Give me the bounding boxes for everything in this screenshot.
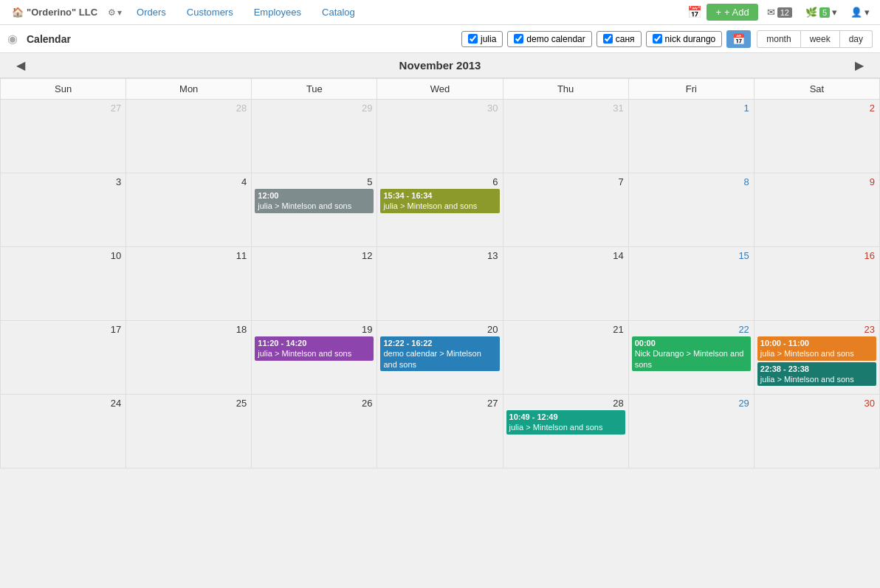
day-number: 29: [632, 398, 751, 410]
leaf-button[interactable]: 🌿 5 ▾: [801, 7, 842, 18]
calendar-day[interactable]: 8: [628, 173, 754, 247]
calendar-day[interactable]: 7: [503, 173, 628, 247]
day-number: 27: [4, 103, 123, 115]
calendar-day[interactable]: 14: [503, 247, 628, 321]
leaf-icon: 🌿: [805, 7, 817, 18]
leaf-count: 5: [819, 7, 830, 18]
day-number: 29: [255, 103, 374, 115]
view-week-button[interactable]: week: [801, 30, 840, 48]
day-number: 17: [4, 324, 123, 336]
day-number: 16: [757, 250, 876, 263]
calendar-event[interactable]: 12:22 - 16:22demo calendar > Mintelson a…: [380, 336, 499, 371]
calendar-day[interactable]: 5 12:00julia > Mintelson and sons: [252, 173, 377, 247]
filter-demo-checkbox[interactable]: [514, 34, 523, 44]
back-button[interactable]: ◉: [7, 32, 18, 46]
calendar-day[interactable]: 27 julia > Mintelson and sons #20589 One…: [377, 395, 503, 468]
top-navigation: 🏠 "Orderino" LLC ⚙ ▾ Orders Customers Em…: [0, 0, 880, 25]
nav-catalog[interactable]: Catalog: [312, 0, 365, 25]
filter-julia[interactable]: julia: [461, 31, 503, 47]
calendar-day[interactable]: 12: [252, 247, 377, 321]
calendar-event[interactable]: 15:34 - 16:34julia > Mintelson and sons: [380, 189, 499, 213]
mail-button[interactable]: ✉ 12: [763, 7, 797, 18]
nav-employees[interactable]: Employees: [244, 0, 312, 25]
day-number: 18: [129, 324, 248, 336]
calendar-day[interactable]: 6 15:34 - 16:34julia > Mintelson and son…: [377, 173, 503, 247]
calendar-day[interactable]: 15: [628, 247, 754, 321]
day-number: 7: [506, 176, 625, 189]
view-month-button[interactable]: month: [757, 30, 800, 48]
user-icon: 👤: [850, 7, 862, 18]
calendar-day[interactable]: 25: [126, 395, 252, 468]
calendar-day[interactable]: 3: [1, 173, 126, 247]
calendar-day[interactable]: 4: [126, 173, 252, 247]
calendar-day[interactable]: 10: [1, 247, 126, 321]
calendar-event[interactable]: 10:00 - 11:00julia > Mintelson and sons: [757, 336, 876, 361]
calendar-day[interactable]: 30: [754, 395, 879, 468]
calendar-day[interactable]: 2: [754, 100, 879, 173]
calendar-day[interactable]: 19 11:20 - 14:20julia > Mintelson and so…: [252, 321, 377, 395]
user-menu[interactable]: 👤 ▾: [846, 7, 874, 18]
calendar-toolbar: ◉ Calendar julia demo calendar саня nick…: [0, 25, 880, 53]
calendar-icon: 📅: [687, 5, 702, 19]
calendar-day[interactable]: 29: [628, 395, 754, 468]
filter-nick-checkbox[interactable]: [653, 34, 662, 44]
calendar-row: 10 11 12 13 14 15 16: [1, 247, 880, 321]
calendar-day[interactable]: 21: [503, 321, 628, 395]
calendar-filters: julia demo calendar саня nick durango 📅: [461, 30, 751, 48]
calendar-event[interactable]: 10:49 - 12:49julia > Mintelson and sons: [506, 410, 625, 435]
nav-links: Orders Customers Employees Catalog: [126, 0, 365, 25]
nav-orders[interactable]: Orders: [126, 0, 176, 25]
calendar-row: 24 25 26 27 julia > Mintelson and sons #…: [1, 395, 880, 468]
calendar-day[interactable]: 24: [1, 395, 126, 468]
filter-nick-label: nick durango: [665, 34, 716, 44]
weekday-mon: Mon: [126, 79, 252, 100]
settings-menu[interactable]: ⚙ ▾: [103, 7, 126, 18]
calendar-day[interactable]: 28 10:49 - 12:49julia > Mintelson and so…: [503, 395, 628, 468]
calendar-day[interactable]: 22 00:00Nick Durango > Mintelson and son…: [628, 321, 754, 395]
view-day-button[interactable]: day: [840, 30, 873, 48]
calendar-event[interactable]: 12:00julia > Mintelson and sons: [255, 189, 374, 213]
day-number: 23: [757, 324, 876, 336]
day-number: 28: [129, 103, 248, 115]
nav-customers[interactable]: Customers: [176, 0, 244, 25]
prev-month-button[interactable]: ◀: [7, 55, 34, 75]
next-month-button[interactable]: ▶: [846, 55, 873, 75]
calendar-day[interactable]: 11: [126, 247, 252, 321]
calendar-day[interactable]: 9: [754, 173, 879, 247]
calendar-container: ◀ November 2013 ▶ Sun Mon Tue Wed Thu Fr…: [0, 53, 880, 468]
calendar-day[interactable]: 26: [252, 395, 377, 468]
day-number: 24: [4, 398, 123, 410]
filter-julia-checkbox[interactable]: [468, 34, 478, 44]
calendar-event[interactable]: 22:38 - 23:38julia > Mintelson and sons: [757, 362, 876, 387]
calendar-day[interactable]: 31: [503, 100, 628, 173]
calendar-day[interactable]: 27: [1, 100, 126, 173]
calendar-event[interactable]: 00:00Nick Durango > Mintelson and sons: [632, 336, 751, 371]
calendar-day[interactable]: 18: [126, 321, 252, 395]
calendar-day[interactable]: 30: [377, 100, 503, 173]
weekday-wed: Wed: [377, 79, 503, 100]
filter-demo-label: demo calendar: [526, 34, 585, 44]
calendar-view-toggle[interactable]: 📅: [726, 30, 751, 48]
filter-demo[interactable]: demo calendar: [507, 31, 591, 47]
weekday-fri: Fri: [628, 79, 754, 100]
calendar-day[interactable]: 20 12:22 - 16:22demo calendar > Mintelso…: [377, 321, 503, 395]
calendar-day[interactable]: 23 10:00 - 11:00julia > Mintelson and so…: [754, 321, 879, 395]
calendar-day[interactable]: 1: [628, 100, 754, 173]
day-number: 10: [4, 250, 123, 263]
weekday-sun: Sun: [1, 79, 126, 100]
calendar-day[interactable]: 13: [377, 247, 503, 321]
add-button[interactable]: + + Add: [707, 4, 757, 21]
calendar-day[interactable]: 28: [126, 100, 252, 173]
calendar-event[interactable]: 11:20 - 14:20julia > Mintelson and sons: [255, 336, 374, 361]
calendar-day[interactable]: 16: [754, 247, 879, 321]
filter-sanya[interactable]: саня: [597, 31, 642, 47]
calendar-day[interactable]: 29: [252, 100, 377, 173]
day-number: 30: [380, 103, 499, 115]
filter-sanya-checkbox[interactable]: [603, 34, 613, 44]
filter-nick[interactable]: nick durango: [646, 31, 723, 47]
calendar-day[interactable]: 17: [1, 321, 126, 395]
day-number: 20: [380, 324, 499, 336]
calendar-row: 3 4 5 12:00julia > Mintelson and sons 6 …: [1, 173, 880, 247]
calendar-header: ◀ November 2013 ▶: [0, 53, 880, 78]
brand-logo[interactable]: 🏠 "Orderino" LLC: [6, 7, 103, 18]
